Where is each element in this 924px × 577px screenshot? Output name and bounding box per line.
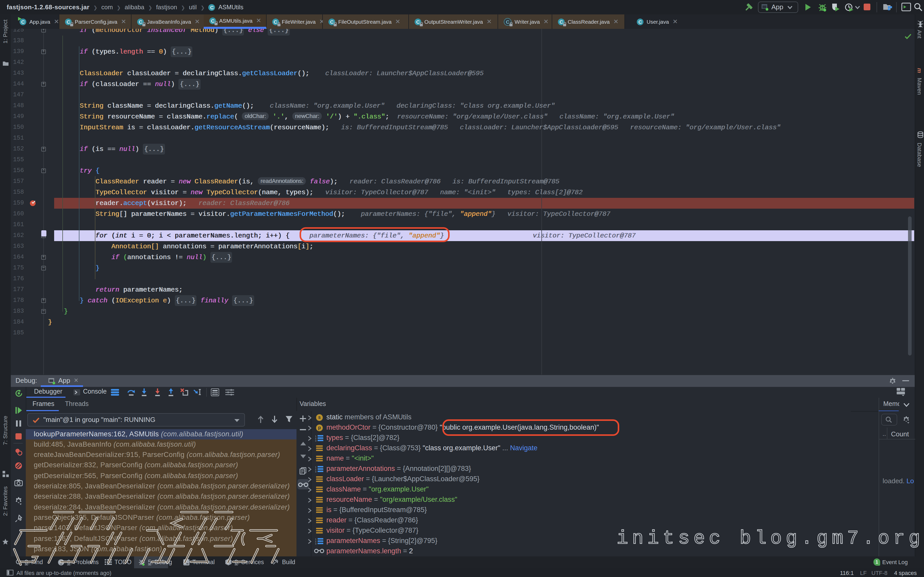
svg-text:3: 3: [315, 542, 316, 544]
svg-text:3: 3: [315, 439, 316, 441]
svg-text:3: 3: [315, 470, 316, 472]
